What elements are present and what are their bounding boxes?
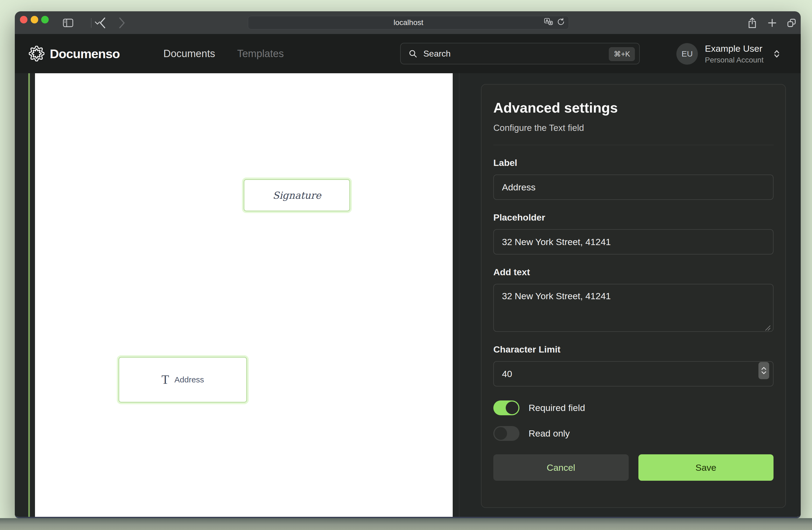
char-limit-input[interactable] <box>493 361 773 387</box>
stepper-up-icon[interactable] <box>761 367 767 370</box>
read-only-label: Read only <box>528 428 570 439</box>
user-texts: Example User Personal Account <box>705 43 764 64</box>
back-button[interactable] <box>95 11 111 34</box>
add-text-value: 32 New York Street, 41241 <box>502 291 611 301</box>
nav-documents[interactable]: Documents <box>163 48 215 59</box>
add-text-heading: Add text <box>493 267 773 277</box>
reload-icon[interactable] <box>557 18 565 28</box>
page-accent-line <box>28 73 30 517</box>
user-menu[interactable]: EU Example User Personal Account <box>676 34 781 73</box>
documenso-logo-icon <box>29 46 44 61</box>
advanced-settings-panel: Advanced settings Configure the Text fie… <box>481 84 786 508</box>
read-only-row: Read only <box>493 426 773 441</box>
panel-actions: Cancel Save <box>493 454 773 481</box>
save-button[interactable]: Save <box>638 454 774 481</box>
text-field[interactable]: T Address <box>118 357 247 403</box>
chevron-up-down-icon <box>773 49 781 59</box>
placeholder-input[interactable] <box>493 229 773 254</box>
main-content: Signature T Address Advanced settings Co… <box>15 73 801 517</box>
toggle-knob <box>494 427 507 440</box>
panel-subtitle: Configure the Text field <box>493 123 773 133</box>
stepper-down-icon[interactable] <box>761 371 767 374</box>
required-field-toggle[interactable] <box>493 401 520 415</box>
main-nav: Documents Templates <box>163 34 284 73</box>
sidebar-toggle-button[interactable] <box>60 11 76 34</box>
resize-handle[interactable] <box>764 323 771 329</box>
new-tab-icon[interactable] <box>765 11 780 34</box>
text-field-label: Address <box>174 375 204 384</box>
search-placeholder: Search <box>423 49 451 59</box>
search-input[interactable]: Search ⌘+K <box>400 43 640 64</box>
search-icon <box>408 49 418 58</box>
text-T-icon: T <box>161 374 169 386</box>
browser-window: localhost <box>15 11 801 518</box>
char-limit-wrap <box>493 355 773 387</box>
forward-button[interactable] <box>114 11 130 34</box>
signature-field[interactable]: Signature <box>244 179 350 211</box>
user-name: Example User <box>705 43 764 54</box>
avatar-initials: EU <box>681 49 693 58</box>
char-limit-heading: Character Limit <box>493 344 773 355</box>
share-icon[interactable] <box>745 11 760 34</box>
translate-icon[interactable] <box>544 18 553 28</box>
search-shortcut-badge: ⌘+K <box>609 47 635 61</box>
toggle-knob <box>506 402 518 414</box>
brand-name: Documenso <box>50 46 120 61</box>
read-only-toggle[interactable] <box>493 426 520 441</box>
add-text-textarea[interactable]: 32 New York Street, 41241 <box>493 284 773 332</box>
required-field-label: Required field <box>528 403 585 413</box>
address-bar[interactable]: localhost <box>248 16 569 29</box>
number-stepper[interactable] <box>758 362 769 379</box>
user-account-type: Personal Account <box>705 56 764 64</box>
tab-overview-icon[interactable] <box>784 11 799 34</box>
avatar: EU <box>676 43 698 65</box>
desktop-wallpaper-strip <box>0 518 812 530</box>
nav-templates[interactable]: Templates <box>237 48 284 59</box>
panel-title: Advanced settings <box>493 100 773 116</box>
document-page: Signature T Address <box>35 73 453 517</box>
cancel-button[interactable]: Cancel <box>493 454 629 481</box>
browser-toolbar: localhost <box>15 11 801 34</box>
content-divider <box>459 73 460 517</box>
required-field-row: Required field <box>493 401 773 415</box>
placeholder-heading: Placeholder <box>493 212 773 223</box>
zoom-window-button[interactable] <box>41 16 49 24</box>
url-text: localhost <box>393 18 423 27</box>
panel-divider <box>493 145 773 145</box>
signature-field-label: Signature <box>273 190 321 201</box>
brand-link[interactable]: Documenso <box>29 46 120 61</box>
label-input[interactable] <box>493 175 773 200</box>
label-heading: Label <box>493 157 773 168</box>
minimize-window-button[interactable] <box>31 16 38 24</box>
close-window-button[interactable] <box>20 16 27 24</box>
app-header: Documenso Documents Templates Search ⌘+K… <box>15 34 801 73</box>
toolbar-divider <box>91 18 91 28</box>
